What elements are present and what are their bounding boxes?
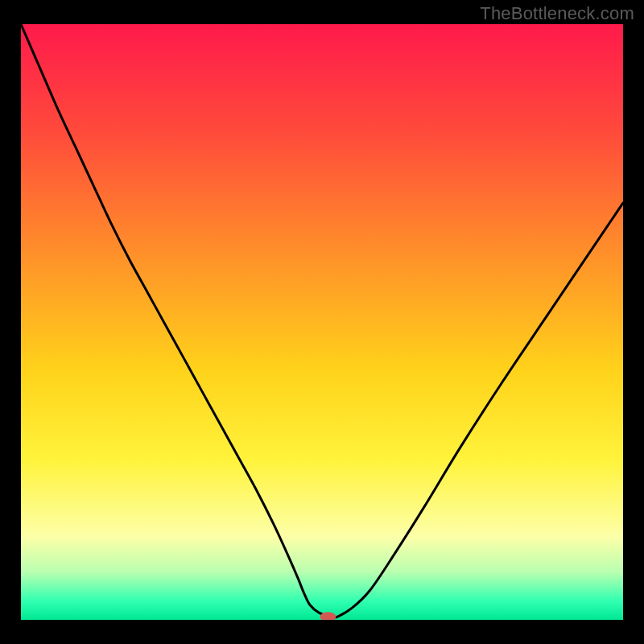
- gradient-rect: [21, 24, 623, 620]
- chart-svg: [21, 24, 623, 620]
- watermark-text: TheBottleneck.com: [480, 3, 634, 24]
- chart-frame: TheBottleneck.com: [0, 0, 644, 644]
- plot-area: [21, 24, 623, 620]
